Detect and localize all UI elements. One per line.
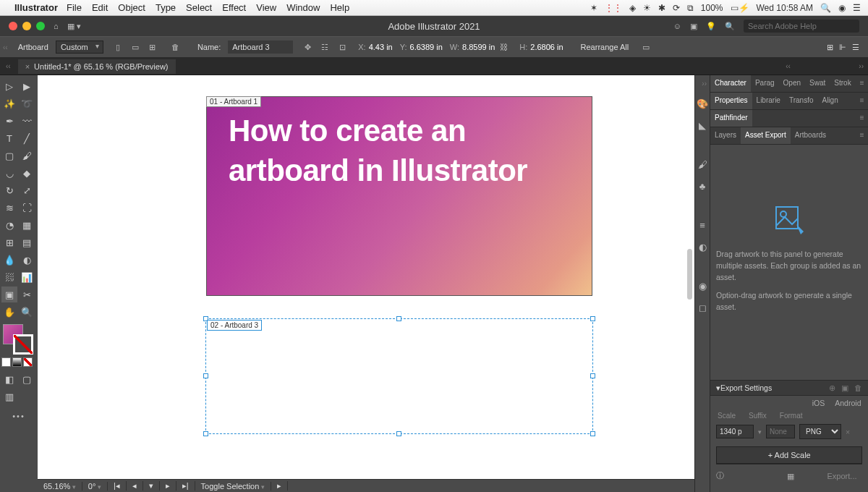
x-value[interactable]: 4.43 in (369, 43, 393, 51)
direct-selection-tool[interactable]: ▶ (19, 78, 35, 94)
type-tool[interactable]: T (1, 130, 17, 146)
export-settings-header[interactable]: ▾ Export Settings ⊕▣🗑 (710, 380, 868, 396)
menu-select[interactable]: Select (186, 2, 212, 13)
artboard-preset-dropdown[interactable]: Custom (56, 41, 103, 54)
share-doc-icon[interactable]: ☺ (673, 22, 681, 30)
artboard-nav-next[interactable]: ▸ (160, 481, 176, 491)
export-grid-icon[interactable]: ▦ (787, 472, 794, 480)
window-minimize-button[interactable] (22, 22, 31, 30)
stroke-swatch[interactable] (13, 334, 33, 355)
y-value[interactable]: 6.6389 in (410, 43, 443, 51)
window-zoom-button[interactable] (36, 22, 45, 30)
resize-handle-se[interactable] (590, 431, 595, 436)
color-guide-icon[interactable]: ◣ (695, 118, 710, 132)
close-tab-icon[interactable]: × (25, 62, 30, 71)
artboard-nav-dd[interactable]: ▾ (143, 481, 160, 491)
fill-stroke-swatch[interactable] (1, 324, 33, 355)
collapse-left-chevrons[interactable]: ‹‹ (0, 42, 11, 53)
search-help-input[interactable] (744, 20, 859, 33)
panel-menu-row4[interactable]: ≡ (856, 127, 868, 144)
app-menu[interactable]: Illustrator (14, 2, 58, 13)
more-tools-icon[interactable]: ••• (1, 412, 36, 420)
resize-handle-w[interactable] (203, 373, 208, 378)
align-icon[interactable]: ⊩ (839, 43, 846, 52)
tray-clock[interactable]: Wed 10:58 AM (757, 3, 814, 13)
toggle-selection[interactable]: Toggle Selection (195, 482, 271, 491)
line-tool[interactable]: ╱ (19, 130, 35, 146)
color-panel-icon[interactable]: 🎨 (695, 96, 710, 111)
zoom-level[interactable]: 65.16% (38, 482, 82, 491)
tray-control-center-icon[interactable]: ☰ (853, 3, 861, 13)
menu-view[interactable]: View (256, 2, 276, 13)
graph-tool[interactable]: 📊 (19, 269, 35, 285)
symbols-panel-icon[interactable]: ♣ (695, 179, 710, 193)
artboard-nav-first[interactable]: |◂ (108, 481, 127, 491)
lasso-tool[interactable]: ➰ (19, 96, 35, 111)
selection-tool[interactable]: ▷ (1, 78, 17, 94)
right-collapse-chevrons[interactable]: ‹‹ ›› (786, 62, 864, 70)
arrange-docs-icon[interactable]: ▣ (690, 22, 697, 31)
panel-menu-row2[interactable]: ≡ (856, 93, 868, 109)
artboard-nav-prev[interactable]: ◂ (127, 481, 143, 491)
menu-help[interactable]: Help (330, 2, 349, 13)
paintbrush-tool[interactable]: 🖌 (19, 148, 35, 164)
resize-handle-s[interactable] (396, 431, 401, 436)
stroke-panel-icon[interactable]: ≡ (695, 218, 710, 232)
brushes-panel-icon[interactable]: 🖌 (695, 157, 710, 171)
tab-pathfinder[interactable]: Pathfinder (710, 110, 752, 127)
resize-handle-sw[interactable] (203, 431, 208, 436)
new-artboard-icon[interactable]: ⊞ (145, 40, 160, 54)
platform-android[interactable]: Android (835, 399, 861, 407)
artboard1-label[interactable]: 01 - Artboard 1 (206, 96, 261, 107)
reference-point-icon[interactable]: ⊡ (335, 40, 349, 54)
color-mode-gradient[interactable] (12, 357, 22, 367)
tray-evernote-icon[interactable]: ✶ (590, 3, 597, 13)
tab-properties[interactable]: Properties (710, 93, 752, 109)
tray-gear-icon[interactable]: ✱ (658, 3, 665, 13)
folder-icon[interactable]: ▣ (841, 383, 848, 392)
platform-ios[interactable]: iOS (812, 399, 825, 407)
link-wh-icon[interactable]: ⛓ (496, 40, 511, 54)
gradient-tool[interactable]: ▤ (19, 234, 35, 250)
w-value[interactable]: 8.8599 in (462, 43, 495, 51)
format-dropdown[interactable]: PNG (799, 424, 841, 439)
tab-character[interactable]: Character (710, 75, 751, 92)
resize-handle-n[interactable] (396, 316, 401, 321)
transparency-panel-icon[interactable]: ◉ (695, 279, 710, 293)
tray-sun-icon[interactable]: ☀ (643, 3, 651, 13)
orientation-portrait-icon[interactable]: ▯ (111, 40, 125, 54)
vertical-scrollbar[interactable] (687, 249, 692, 300)
shaper-tool[interactable]: ◡ (1, 165, 17, 181)
panel-menu-row1[interactable]: ≡ (856, 75, 868, 92)
h-value[interactable]: 2.6806 in (530, 43, 563, 51)
panel-menu-row3[interactable]: ≡ (856, 110, 868, 127)
move-with-artboard-icon[interactable]: ✥ (300, 40, 315, 54)
collapse-chevrons[interactable]: ‹‹ (6, 62, 11, 70)
magic-wand-tool[interactable]: ✨ (1, 96, 17, 111)
tab-swatches[interactable]: Swat (805, 75, 830, 92)
workspace-switcher[interactable]: ▦ ▾ (67, 22, 81, 31)
tray-dropbox-icon[interactable]: ◈ (629, 3, 636, 13)
edit-toolbar-icon[interactable]: ▥ (1, 389, 17, 404)
tab-stroke[interactable]: Strok (830, 75, 855, 92)
menu-object[interactable]: Object (118, 2, 145, 13)
color-mode-none[interactable] (23, 357, 33, 367)
panel-menu-icon[interactable]: ☰ (852, 43, 859, 52)
artboard-options-icon[interactable]: ☷ (318, 40, 332, 54)
snap-pixel-icon[interactable]: ⊞ (827, 43, 833, 52)
gradient-panel-icon[interactable]: ◐ (695, 239, 710, 254)
rearrange-all-button[interactable]: Rearrange All (572, 38, 638, 56)
menu-window[interactable]: Window (286, 2, 320, 13)
add-setting-icon[interactable]: ⊕ (829, 383, 835, 392)
tray-cc-icon[interactable]: ⋮⋮ (605, 3, 622, 13)
add-scale-button[interactable]: + Add Scale (716, 446, 862, 464)
right-collapse-chev[interactable]: ›› (695, 78, 710, 89)
scale-tool[interactable]: ⤢ (19, 182, 35, 198)
menu-effect[interactable]: Effect (222, 2, 246, 13)
screen-mode-icon[interactable]: ▢ (19, 371, 35, 387)
eraser-tool[interactable]: ◆ (19, 165, 35, 181)
rotate-tool[interactable]: ↻ (1, 182, 17, 198)
artboard1[interactable]: How to create an artboard in Illustrator (207, 97, 592, 295)
tab-libraries[interactable]: Librarie (752, 93, 785, 109)
eyedropper-tool[interactable]: 💧 (1, 252, 17, 268)
